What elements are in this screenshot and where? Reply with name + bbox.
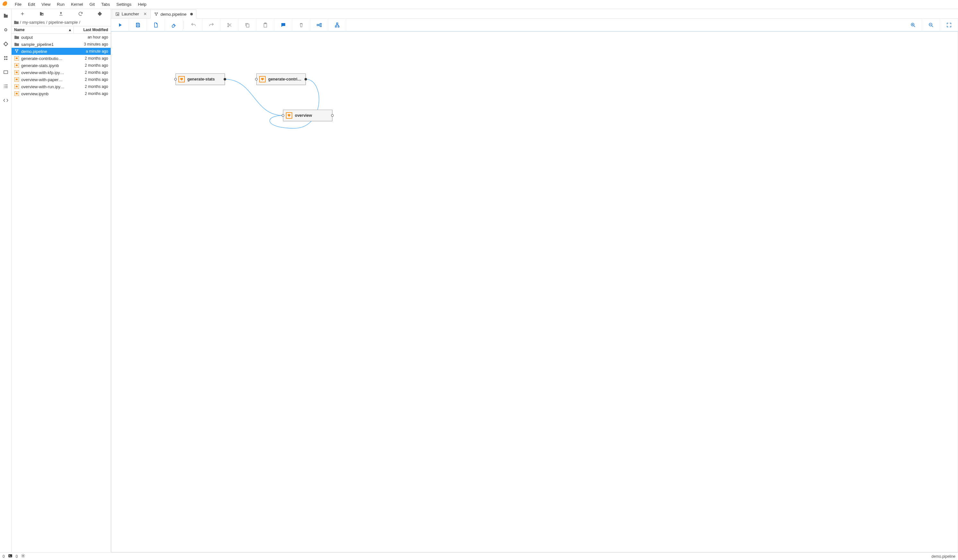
- close-icon[interactable]: ✕: [143, 12, 147, 16]
- svg-point-4: [4, 59, 5, 60]
- delete-button[interactable]: [292, 19, 310, 32]
- input-port[interactable]: [255, 78, 258, 81]
- file-row[interactable]: sample_pipeline13 minutes ago: [11, 41, 111, 48]
- pipeline-node[interactable]: generate-contri…: [256, 73, 306, 85]
- upload-button[interactable]: [58, 11, 64, 17]
- menu-bar: FileEditViewRunKernelGitTabsSettingsHelp: [0, 0, 958, 9]
- run-pipeline-button[interactable]: [111, 19, 129, 32]
- menu-kernel[interactable]: Kernel: [68, 1, 86, 8]
- file-browser: / my-samples / pipeline-sample / Name ▴ …: [11, 9, 111, 552]
- running-tab-icon[interactable]: [2, 26, 9, 33]
- menu-file[interactable]: File: [11, 1, 25, 8]
- pipeline-icon: [154, 12, 159, 16]
- arrange-vertical-button[interactable]: [328, 19, 346, 32]
- file-name: demo.pipeline: [21, 49, 73, 54]
- breadcrumb-folder[interactable]: my-samples: [22, 20, 45, 25]
- svg-rect-9: [4, 86, 5, 87]
- redo-button[interactable]: [203, 19, 220, 32]
- terminal-icon[interactable]: [8, 554, 13, 559]
- col-modified-header[interactable]: Last Modified: [74, 26, 111, 33]
- status-terminal-count[interactable]: 0: [16, 554, 18, 559]
- svg-point-17: [155, 13, 155, 13]
- output-port[interactable]: [331, 114, 334, 117]
- paste-button[interactable]: [256, 19, 274, 32]
- pipeline-node[interactable]: overview: [283, 110, 332, 121]
- file-row[interactable]: overview-with-kfp.ipy…2 months ago: [11, 69, 111, 76]
- svg-rect-6: [4, 71, 8, 74]
- file-row[interactable]: generate-contributio…2 months ago: [11, 55, 111, 62]
- new-folder-button[interactable]: [38, 11, 45, 17]
- svg-rect-24: [246, 24, 249, 27]
- editor-area: Launcher✕demo.pipeline generate-sta: [111, 9, 958, 552]
- add-comment-button[interactable]: [274, 19, 292, 32]
- svg-rect-1: [5, 29, 6, 31]
- folder-icon: [14, 35, 19, 40]
- input-port[interactable]: [282, 114, 284, 117]
- svg-point-3: [6, 56, 7, 58]
- output-port[interactable]: [305, 78, 307, 81]
- menu-git[interactable]: Git: [86, 1, 98, 8]
- new-launcher-button[interactable]: [19, 11, 26, 17]
- menu-tabs[interactable]: Tabs: [98, 1, 113, 8]
- undo-button[interactable]: [184, 19, 203, 32]
- pipeline-canvas[interactable]: generate-statsgenerate-contri…overview: [111, 32, 958, 552]
- git-clone-button[interactable]: [97, 11, 103, 17]
- file-modified: 2 months ago: [73, 56, 108, 61]
- file-modified: 2 months ago: [73, 63, 108, 68]
- kernel-status-icon[interactable]: [21, 554, 25, 559]
- main-area: / my-samples / pipeline-sample / Name ▴ …: [0, 9, 958, 552]
- status-running-count[interactable]: 0: [3, 554, 5, 559]
- commands-tab-icon[interactable]: [2, 55, 9, 62]
- file-row[interactable]: demo.pipelinea minute ago: [11, 48, 111, 55]
- file-list: outputan hour agosample_pipeline13 minut…: [11, 34, 111, 552]
- zoom-in-button[interactable]: [904, 19, 922, 32]
- git-tab-icon[interactable]: [2, 40, 9, 47]
- files-tab-icon[interactable]: [2, 12, 9, 19]
- notebook-icon: [14, 70, 19, 75]
- toc-tab-icon[interactable]: [2, 83, 9, 90]
- file-row[interactable]: outputan hour ago: [11, 34, 111, 41]
- pipeline-node[interactable]: generate-stats: [176, 73, 225, 85]
- file-list-header: Name ▴ Last Modified: [11, 26, 111, 34]
- file-row[interactable]: overview.ipynb2 months ago: [11, 90, 111, 97]
- menu-view[interactable]: View: [38, 1, 54, 8]
- menu-edit[interactable]: Edit: [25, 1, 38, 8]
- file-row[interactable]: overview-with-run.ipy…2 months ago: [11, 83, 111, 90]
- zoom-fit-button[interactable]: [940, 19, 958, 32]
- clear-pipeline-button[interactable]: [165, 19, 183, 32]
- arrange-horizontal-button[interactable]: [310, 19, 328, 32]
- toolbar-separator: [184, 21, 184, 29]
- tab-launcher[interactable]: Launcher✕: [112, 9, 151, 18]
- svg-rect-27: [317, 24, 318, 26]
- output-port[interactable]: [224, 78, 226, 81]
- svg-rect-35: [8, 554, 12, 557]
- activity-bar: [0, 9, 11, 552]
- breadcrumb-folder[interactable]: pipeline-sample: [48, 20, 78, 25]
- cut-button[interactable]: [220, 19, 238, 32]
- snippets-tab-icon[interactable]: [2, 97, 9, 104]
- col-name-header[interactable]: Name ▴: [11, 26, 74, 33]
- input-port[interactable]: [174, 78, 177, 81]
- copy-button[interactable]: [238, 19, 256, 32]
- tab-demo-pipeline[interactable]: demo.pipeline: [151, 9, 196, 19]
- node-label: generate-stats: [187, 77, 215, 81]
- file-row[interactable]: generate-stats.ipynb2 months ago: [11, 62, 111, 69]
- menu-settings[interactable]: Settings: [113, 1, 135, 8]
- status-file-label[interactable]: demo.pipeline: [931, 554, 955, 559]
- file-name: generate-stats.ipynb: [21, 63, 73, 68]
- launcher-icon: [115, 12, 120, 16]
- file-name: overview.ipynb: [21, 92, 73, 96]
- save-pipeline-button[interactable]: [129, 19, 147, 32]
- file-modified: 2 months ago: [73, 92, 108, 96]
- menu-run[interactable]: Run: [54, 1, 68, 8]
- file-browser-toolbar: [11, 9, 111, 19]
- export-pipeline-button[interactable]: [147, 19, 165, 32]
- file-row[interactable]: overview-with-paper…2 months ago: [11, 76, 111, 83]
- menu-help[interactable]: Help: [135, 1, 150, 8]
- breadcrumb[interactable]: / my-samples / pipeline-sample /: [11, 19, 111, 26]
- file-modified: 2 months ago: [73, 70, 108, 75]
- svg-rect-12: [5, 87, 7, 88]
- tabs-tab-icon[interactable]: [2, 69, 9, 76]
- refresh-button[interactable]: [77, 11, 84, 17]
- zoom-out-button[interactable]: [922, 19, 940, 32]
